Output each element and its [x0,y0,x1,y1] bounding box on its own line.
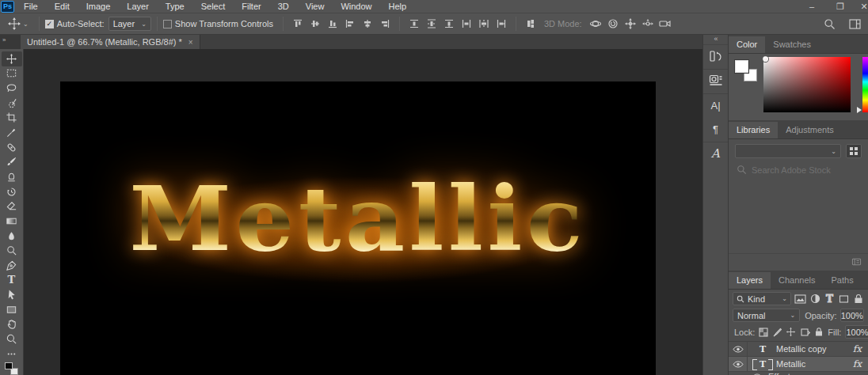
distribute-bottom-edges-icon[interactable] [440,16,458,32]
tab-adjustments[interactable]: Adjustments [778,122,842,138]
distribute-top-edges-icon[interactable] [405,16,423,32]
menu-filter[interactable]: Filter [242,2,261,11]
visibility-eye-icon[interactable] [729,342,748,356]
lock-artboard-icon[interactable] [800,326,810,338]
tab-libraries[interactable]: Libraries [729,122,778,138]
document-tab[interactable]: Untitled-1 @ 66.7% (Metallic, RGB/8#) * … [21,35,200,49]
library-sync-icon[interactable] [851,257,862,267]
tab-close-icon[interactable]: × [188,38,193,47]
color-swatch-pair[interactable] [735,60,760,85]
lock-all-icon[interactable] [814,326,824,338]
menu-edit[interactable]: Edit [55,2,70,11]
3d-slide-icon[interactable] [639,16,657,32]
tool-type[interactable]: T [2,273,22,288]
canvas[interactable]: Metallic [60,81,656,375]
align-left-edges-icon[interactable] [341,16,359,32]
search-icon[interactable] [820,16,838,32]
menu-type[interactable]: Type [166,2,185,11]
layer-effects-row[interactable]: Effects [729,372,868,375]
menu-view[interactable]: View [306,2,325,11]
tool-pen[interactable] [2,258,22,273]
foreground-color-swatch[interactable] [5,362,13,369]
menu-image[interactable]: Image [86,2,111,11]
foreground-background-swatches[interactable] [4,362,20,375]
tool-gradient[interactable] [2,214,22,229]
restore-button[interactable]: ❐ [832,2,849,12]
3d-camera-icon[interactable] [657,16,674,32]
saturation-brightness-field[interactable] [763,57,851,112]
distribute-vertical-centers-icon[interactable] [423,16,440,32]
tab-swatches[interactable]: Swatches [765,36,819,53]
tool-lasso[interactable] [2,81,22,96]
tool-rectangular-marquee[interactable] [2,66,22,81]
tab-layers[interactable]: Layers [729,272,771,289]
menu-3d[interactable]: 3D [278,2,289,11]
align-top-edges-icon[interactable] [289,16,306,32]
history-panel-icon[interactable] [707,48,725,64]
workspace-switcher-icon[interactable] [846,16,863,32]
minimize-button[interactable]: – [803,2,820,11]
filter-shape-layers-icon[interactable] [838,293,849,305]
layer-fx-badge[interactable]: fx [853,343,868,354]
hue-slider-arrow[interactable] [857,107,862,113]
library-search[interactable] [729,158,868,181]
filter-smart-objects-icon[interactable] [853,293,864,305]
auto-select-target-dropdown[interactable]: Layer ⌄ [108,17,151,31]
layer-row-metallic-copy[interactable]: T Metallic copy fx [729,342,868,357]
filter-type-layers-icon[interactable]: T [824,293,835,305]
toolbar-collapse-arrows[interactable]: » [0,35,21,49]
tool-preset-picker[interactable]: ⌄ [0,17,33,30]
filter-adjustment-layers-icon[interactable] [809,293,820,305]
tool-dodge[interactable] [2,243,22,258]
hue-bar[interactable] [862,57,868,112]
distribute-left-edges-icon[interactable] [458,16,475,32]
lock-image-pixels-icon[interactable] [772,326,782,338]
menu-file[interactable]: File [24,2,38,11]
3d-drag-icon[interactable] [622,16,639,32]
tab-color[interactable]: Color [729,36,765,53]
3d-roll-icon[interactable] [604,16,622,32]
more-tools-ellipsis[interactable] [2,347,22,362]
tool-zoom[interactable] [2,331,22,347]
align-right-edges-icon[interactable] [376,16,394,32]
menu-layer[interactable]: Layer [127,2,149,11]
tool-blur[interactable] [2,229,22,244]
opacity-value-box[interactable]: 100% [840,309,864,322]
distribute-right-edges-icon[interactable] [493,16,510,32]
tool-rectangle[interactable] [2,302,22,317]
tab-paths[interactable]: Paths [824,272,862,289]
tab-channels[interactable]: Channels [771,272,823,289]
tool-clone-stamp[interactable] [2,169,22,184]
glyphs-panel-icon[interactable]: A [707,146,725,161]
fill-value-box[interactable]: 100% [845,325,868,339]
show-transform-checkbox[interactable] [163,20,172,28]
filter-pixel-layers-icon[interactable] [794,293,806,305]
menu-window[interactable]: Window [341,2,371,11]
character-panel-icon[interactable]: A| [707,97,725,113]
search-adobe-stock-input[interactable] [752,165,855,175]
paragraph-panel-icon[interactable]: ¶ [707,121,725,137]
tool-move[interactable] [2,51,22,66]
tool-eraser[interactable] [2,199,22,214]
tool-hand[interactable] [2,317,22,332]
layer-fx-badge[interactable]: fx [853,358,868,369]
layer-row-metallic[interactable]: T Metallic fx [729,357,868,372]
auto-align-layers-icon[interactable] [522,16,539,32]
filter-kind-dropdown[interactable]: Kind ⌄ [733,292,791,305]
align-horizontal-centers-icon[interactable] [359,16,376,32]
menu-help[interactable]: Help [389,2,407,11]
layer-thumbnail-type-selected[interactable]: T [754,358,771,370]
library-select-dropdown[interactable]: ⌄ [735,144,841,158]
dock-collapse-arrows[interactable]: ‹‹ [703,35,728,44]
library-view-grid-button[interactable] [846,144,862,158]
properties-panel-icon[interactable] [707,73,725,89]
auto-select-checkbox[interactable]: ✓ [45,20,54,28]
tool-brush[interactable] [2,154,22,169]
align-vertical-centers-icon[interactable] [306,16,324,32]
3d-orbit-icon[interactable] [587,16,604,32]
menu-select[interactable]: Select [201,2,226,11]
close-button[interactable]: ✕ [860,2,868,12]
align-bottom-edges-icon[interactable] [324,16,341,32]
tool-crop[interactable] [2,111,22,126]
blend-mode-dropdown[interactable]: Normal ⌄ [733,309,800,322]
